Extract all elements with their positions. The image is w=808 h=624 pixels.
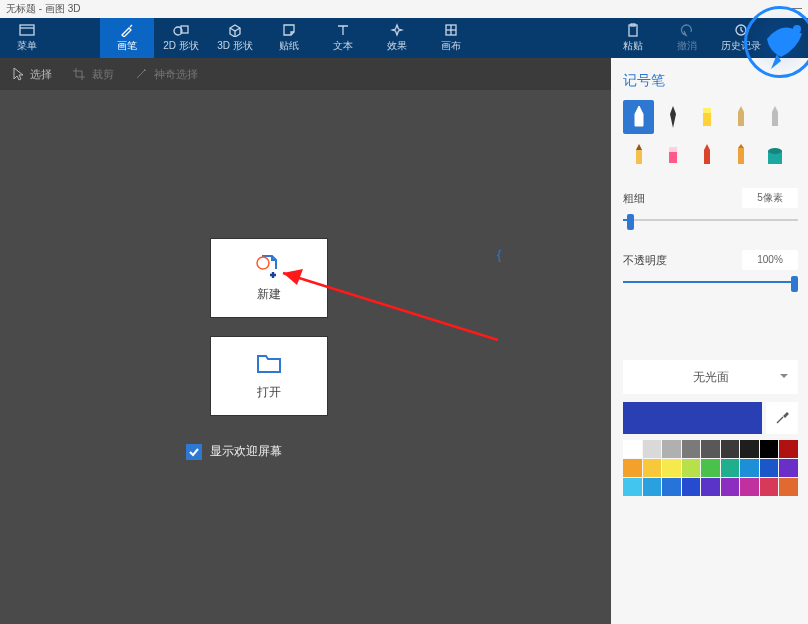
- magic-select-tool[interactable]: 神奇选择: [134, 67, 198, 82]
- history-icon: [733, 23, 749, 37]
- tool-label: 历史记录: [721, 39, 761, 53]
- show-welcome-label: 显示欢迎屏幕: [210, 443, 282, 460]
- color-swatch[interactable]: [643, 478, 662, 496]
- color-swatch[interactable]: [662, 440, 681, 458]
- menu-icon: [19, 23, 35, 37]
- shape-3d-icon: [227, 23, 243, 37]
- color-swatch[interactable]: [721, 459, 740, 477]
- tool-canvas[interactable]: 画布: [424, 18, 478, 58]
- window-title: 无标题 - 画图 3D: [6, 2, 80, 16]
- pen-pencil[interactable]: [623, 138, 654, 172]
- text-icon: [335, 23, 351, 37]
- color-swatch[interactable]: [701, 478, 720, 496]
- pen-calligraphy[interactable]: [657, 100, 688, 134]
- shape-2d-icon: [173, 23, 189, 37]
- tool-paste[interactable]: 粘贴: [606, 18, 660, 58]
- color-swatch[interactable]: [643, 459, 662, 477]
- color-swatch[interactable]: [779, 440, 798, 458]
- welcome-dialog: 新建 打开: [210, 238, 328, 416]
- crop-label: 裁剪: [92, 67, 114, 82]
- cursor-mark: {: [497, 247, 501, 262]
- tool-label: 撤消: [677, 39, 697, 53]
- current-color-row: [623, 402, 798, 434]
- pen-oil[interactable]: [725, 100, 756, 134]
- tool-label: 贴纸: [279, 39, 299, 53]
- new-file-card[interactable]: 新建: [210, 238, 328, 318]
- minimize-button[interactable]: [792, 8, 802, 9]
- tool-menu[interactable]: 菜单: [0, 18, 54, 58]
- tool-label: 画笔: [117, 39, 137, 53]
- pen-eraser[interactable]: [657, 138, 688, 172]
- color-swatch[interactable]: [662, 459, 681, 477]
- color-swatch[interactable]: [740, 478, 759, 496]
- crop-tool[interactable]: 裁剪: [72, 67, 114, 82]
- tool-label: 3D 形状: [217, 39, 253, 53]
- pen-grid: [623, 100, 798, 172]
- color-swatch[interactable]: [623, 459, 642, 477]
- material-dropdown[interactable]: 无光面: [623, 360, 798, 394]
- opacity-row: 不透明度 100%: [623, 250, 798, 270]
- brush-icon: [119, 23, 135, 37]
- color-palette: [623, 440, 798, 496]
- tool-text[interactable]: 文本: [316, 18, 370, 58]
- effects-icon: [389, 23, 405, 37]
- color-swatch[interactable]: [682, 478, 701, 496]
- tool-stickers[interactable]: 贴纸: [262, 18, 316, 58]
- tool-history[interactable]: 历史记录: [714, 18, 768, 58]
- material-label: 无光面: [693, 369, 729, 386]
- show-welcome-checkbox-row[interactable]: 显示欢迎屏幕: [186, 443, 282, 460]
- tool-undo[interactable]: 撤消: [660, 18, 714, 58]
- color-swatch[interactable]: [682, 440, 701, 458]
- magic-icon: [134, 67, 148, 81]
- color-swatch[interactable]: [760, 478, 779, 496]
- color-swatch[interactable]: [760, 440, 779, 458]
- tool-3d-shapes[interactable]: 3D 形状: [208, 18, 262, 58]
- color-swatch[interactable]: [662, 478, 681, 496]
- thickness-value[interactable]: 5像素: [742, 188, 798, 208]
- color-swatch[interactable]: [701, 440, 720, 458]
- svg-rect-17: [738, 148, 744, 164]
- tool-label: 菜单: [17, 39, 37, 53]
- color-swatch[interactable]: [701, 459, 720, 477]
- tool-effects[interactable]: 效果: [370, 18, 424, 58]
- color-swatch[interactable]: [623, 478, 642, 496]
- pen-pastel[interactable]: [725, 138, 756, 172]
- pen-crayon[interactable]: [691, 138, 722, 172]
- tool-brush[interactable]: 画笔: [100, 18, 154, 58]
- opacity-slider[interactable]: [623, 274, 798, 290]
- title-bar: 无标题 - 画图 3D: [0, 0, 808, 18]
- tool-label: 粘贴: [623, 39, 643, 53]
- color-swatch[interactable]: [682, 459, 701, 477]
- opacity-value[interactable]: 100%: [742, 250, 798, 270]
- svg-rect-14: [703, 108, 711, 113]
- eyedropper-button[interactable]: [766, 402, 798, 434]
- select-tool[interactable]: 选择: [12, 67, 52, 82]
- color-swatch[interactable]: [643, 440, 662, 458]
- current-color-swatch[interactable]: [623, 402, 762, 434]
- undo-icon: [679, 23, 695, 37]
- new-file-icon: [256, 254, 282, 278]
- pen-marker[interactable]: [623, 100, 654, 134]
- main-toolbar: 菜单 画笔 2D 形状 3D 形状 贴纸 文本 效果 画布 粘贴 撤消 历史记录: [0, 18, 808, 58]
- open-file-card[interactable]: 打开: [210, 336, 328, 416]
- tool-2d-shapes[interactable]: 2D 形状: [154, 18, 208, 58]
- paste-icon: [625, 23, 641, 37]
- color-swatch[interactable]: [623, 440, 642, 458]
- color-swatch[interactable]: [779, 459, 798, 477]
- svg-rect-16: [669, 147, 677, 152]
- cursor-icon: [12, 67, 24, 81]
- crop-icon: [72, 67, 86, 81]
- color-swatch[interactable]: [760, 459, 779, 477]
- color-swatch[interactable]: [740, 459, 759, 477]
- pen-pencil-gray[interactable]: [759, 100, 790, 134]
- pen-highlighter[interactable]: [691, 100, 722, 134]
- tool-label: 文本: [333, 39, 353, 53]
- color-swatch[interactable]: [779, 478, 798, 496]
- color-swatch[interactable]: [721, 440, 740, 458]
- checkbox-checked-icon: [186, 444, 202, 460]
- svg-point-19: [768, 148, 782, 154]
- pen-bucket[interactable]: [759, 138, 790, 172]
- color-swatch[interactable]: [721, 478, 740, 496]
- thickness-slider[interactable]: [623, 212, 798, 228]
- color-swatch[interactable]: [740, 440, 759, 458]
